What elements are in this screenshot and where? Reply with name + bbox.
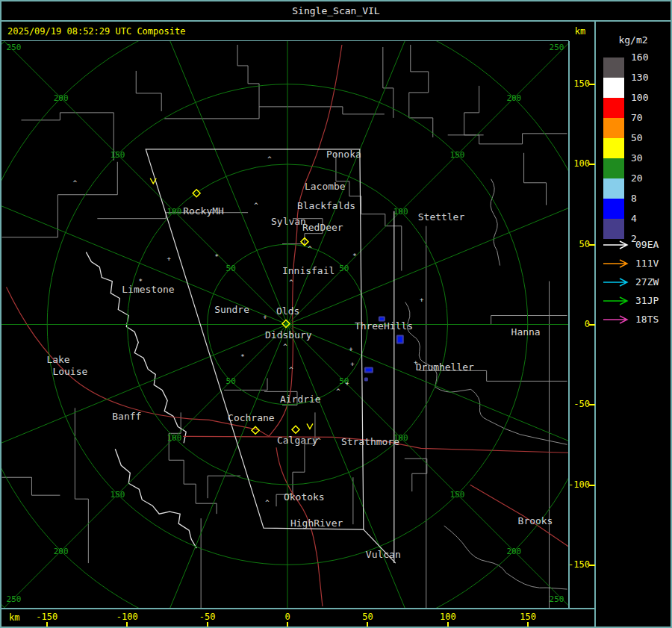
- map-label-louise: Louise: [52, 366, 87, 377]
- map-label-threehills: ThreeHills: [355, 320, 413, 332]
- town-marker: ^: [267, 155, 272, 163]
- radar-id-label-09ea: 09EA: [635, 239, 668, 250]
- town-marker: ^: [283, 343, 287, 350]
- town-marker: ^: [73, 179, 78, 187]
- map-label-highriver: HighRiver: [290, 517, 343, 529]
- town-marker: *: [240, 353, 244, 361]
- right-axis-label-0: 0: [567, 319, 590, 329]
- right-axis-label-150: 150: [567, 78, 590, 89]
- right-axis-tick: [589, 244, 595, 246]
- vil-scale-value: 70: [631, 112, 661, 123]
- town-marker: *: [214, 253, 218, 261]
- ring-label-250: 250: [550, 43, 564, 52]
- bottom-axis-label-150: 150: [510, 612, 546, 622]
- town-marker: +: [167, 255, 172, 263]
- map-label-lacombe: Lacombe: [305, 181, 346, 192]
- bottom-axis-tick: [447, 622, 449, 627]
- vil-color-swatch: [603, 178, 624, 199]
- map-label-olds: Olds: [276, 305, 299, 317]
- ring-label-250: 250: [7, 594, 22, 604]
- ring-label-200: 200: [506, 93, 521, 103]
- vil-scale-value: 50: [631, 132, 661, 143]
- town-marker: +: [349, 346, 353, 353]
- legend-unit-label: kg/m2: [603, 34, 663, 46]
- vil-color-swatch: [603, 98, 624, 118]
- map-label-rockymh: RockyMH: [183, 205, 224, 217]
- town-marker: ^: [308, 245, 312, 252]
- map-label-innisfail: Innisfail: [282, 265, 335, 276]
- vil-color-swatch: [603, 57, 624, 78]
- ring-label-50: 50: [226, 264, 236, 273]
- ring-label-200: 200: [54, 547, 69, 556]
- ring-label-50: 50: [339, 264, 349, 273]
- map-label-okotoks: Okotoks: [284, 491, 325, 503]
- right-axis-tick: [589, 324, 595, 326]
- map-label-didsbury: Didsbury: [265, 329, 312, 341]
- map-label-drumheller: Drumheller: [416, 361, 474, 373]
- right-axis-label-100: 100: [567, 158, 590, 169]
- bottom-axis-label--100: -100: [109, 612, 145, 622]
- right-axis-tick: [589, 84, 595, 85]
- ring-label-200: 200: [54, 93, 69, 103]
- vil-scale-value: 8: [631, 193, 661, 204]
- right-axis-tick: [589, 164, 595, 165]
- town-marker: ^: [289, 279, 293, 286]
- vil-scale-value: 20: [631, 172, 661, 184]
- radar-arrow-icon: [602, 314, 633, 325]
- vil-color-swatch: [603, 158, 624, 178]
- ring-label-100: 100: [167, 433, 181, 443]
- map-label-brooks: Brooks: [518, 515, 553, 526]
- right-axis-label--100: -100: [567, 479, 590, 490]
- bottom-axis-label--150: -150: [29, 612, 65, 622]
- right-axis-label--150: -150: [567, 559, 590, 570]
- map-label-calgary: Calgary: [277, 435, 318, 446]
- timestamp-label: 2025/09/19 08:52:29 UTC Composite: [7, 26, 185, 37]
- bottom-axis-tick: [126, 622, 128, 627]
- right-axis-unit-label: km: [567, 26, 593, 37]
- vil-scale-value: 30: [631, 152, 661, 164]
- vil-scale-value: 130: [631, 72, 661, 83]
- ring-label-250: 250: [550, 594, 564, 604]
- bottom-axis-tick: [207, 622, 208, 627]
- town-marker: +: [345, 380, 349, 388]
- ring-label-200: 200: [506, 547, 521, 556]
- radar-arrow-icon: [602, 258, 633, 269]
- ring-label-250: 250: [7, 43, 22, 52]
- bottom-axis-tick: [287, 622, 288, 627]
- window-title: Single_Scan_VIL: [292, 5, 379, 16]
- radar-arrow-icon: [602, 296, 633, 306]
- vil-color-swatch: [603, 118, 624, 138]
- right-axis-tick: [589, 485, 595, 486]
- right-axis-tick: [589, 404, 595, 405]
- town-marker: ^: [265, 499, 270, 506]
- map-label-vulcan: Vulcan: [366, 549, 401, 560]
- ring-label-150: 150: [111, 490, 125, 500]
- ring-label-100: 100: [167, 207, 181, 217]
- bottom-axis-label-0: 0: [270, 612, 305, 622]
- town-marker: ^: [336, 388, 340, 395]
- vil-scale-value: 160: [631, 52, 661, 63]
- ring-label-100: 100: [393, 207, 408, 217]
- radar-arrow-icon: [602, 277, 633, 287]
- map-label-ponoka: Ponoka: [326, 149, 361, 160]
- map-label-blackfalds: Blackfalds: [297, 200, 355, 211]
- vil-color-swatch: [603, 199, 624, 219]
- map-label-stettler: Stettler: [418, 211, 465, 223]
- map-label-sylvan: Sylvan: [271, 216, 306, 227]
- vil-color-swatch: [603, 138, 624, 158]
- right-axis-label-50: 50: [567, 239, 590, 249]
- bottom-axis-label--50: -50: [190, 612, 225, 622]
- radar-map-canvas[interactable]: 5050505010010010010015015015015020020020…: [1, 41, 569, 608]
- town-marker: ^: [254, 202, 258, 209]
- radar-id-label-18ts: 18TS: [635, 314, 668, 325]
- precip-echo-core: [398, 336, 402, 342]
- town-marker: *: [352, 252, 356, 260]
- map-top-border: [1, 40, 569, 41]
- vil-scale-value: 4: [631, 213, 661, 224]
- vil-color-swatch: [603, 78, 624, 98]
- town-marker: +: [350, 361, 355, 368]
- radar-id-label-31jp: 31JP: [635, 295, 668, 306]
- map-label-hanna: Hanna: [511, 326, 541, 338]
- bottom-axis-tick: [367, 622, 368, 627]
- vil-color-swatch: [603, 219, 624, 239]
